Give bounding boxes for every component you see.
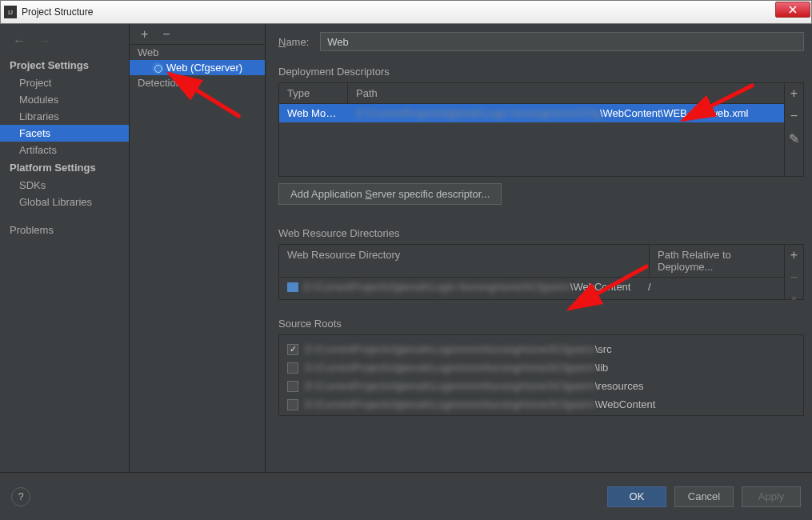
descriptor-path: D:\CurrentProject\cfgtensik\Login Nursin… xyxy=(348,104,784,122)
source-root-path: D:\CurrentProject\cfgtensik\LoginmmmNurs… xyxy=(305,398,655,410)
col-path-relative[interactable]: Path Relative to Deployme... xyxy=(650,245,784,277)
source-root-row[interactable]: D:\CurrentProject\cfgtensik\LoginmmmNurs… xyxy=(287,358,795,377)
apply-button[interactable]: Apply xyxy=(742,486,801,507)
back-arrow-icon[interactable]: ← xyxy=(13,34,26,48)
dialog-footer: ? OK Cancel Apply xyxy=(0,472,812,520)
close-icon xyxy=(789,6,797,14)
web-facet-icon xyxy=(152,62,163,74)
source-root-path: D:\CurrentProject\cfgtensik\LoginmmmNurs… xyxy=(305,343,612,355)
remove-descriptor-button[interactable]: − xyxy=(790,109,798,123)
resource-row[interactable]: D:\CurrentProject\cfgtensik\Login Nursin… xyxy=(279,278,784,296)
checkbox[interactable] xyxy=(287,362,298,374)
remove-resource-button[interactable]: − xyxy=(790,270,798,285)
expand-resource-button[interactable]: » xyxy=(791,293,796,302)
sidebar-item-artifacts[interactable]: Artifacts xyxy=(0,142,129,158)
tree-item-web-cfgserver[interactable]: Web (Cfgserver) xyxy=(130,60,265,75)
name-input[interactable] xyxy=(320,32,804,51)
sidebar-item-problems[interactable]: Problems xyxy=(0,222,129,238)
descriptor-row[interactable]: Web Modul... D:\CurrentProject\cfgtensik… xyxy=(279,104,784,122)
titlebar: IJ Project Structure xyxy=(0,0,812,24)
add-button[interactable]: + xyxy=(141,27,148,42)
forward-arrow-icon[interactable]: → xyxy=(38,34,51,48)
folder-icon xyxy=(287,282,298,292)
source-roots-label: Source Roots xyxy=(278,318,804,330)
source-root-row[interactable]: D:\CurrentProject\cfgtensik\LoginmmmNurs… xyxy=(287,377,795,395)
section-project-settings: Project Settings xyxy=(0,56,129,74)
source-root-path: D:\CurrentProject\cfgtensik\LoginmmmNurs… xyxy=(305,362,608,374)
sidebar-item-libraries[interactable]: Libraries xyxy=(0,108,129,125)
sidebar-item-global-libraries[interactable]: Global Libraries xyxy=(0,194,129,210)
col-path[interactable]: Path xyxy=(348,83,784,103)
add-descriptor-button[interactable]: + xyxy=(790,86,798,101)
add-resource-button[interactable]: + xyxy=(790,248,798,262)
checkbox[interactable]: ✓ xyxy=(287,344,298,355)
ok-button[interactable]: OK xyxy=(607,486,666,507)
edit-descriptor-button[interactable]: ✎ xyxy=(789,131,799,146)
tree-item-label: Web (Cfgserver) xyxy=(166,62,242,74)
close-button[interactable] xyxy=(775,2,810,18)
source-root-row[interactable]: D:\CurrentProject\cfgtensik\LoginmmmNurs… xyxy=(287,395,795,414)
cancel-button[interactable]: Cancel xyxy=(674,486,734,507)
source-roots-box: ✓ D:\CurrentProject\cfgtensik\LoginmmmNu… xyxy=(278,334,804,416)
sidebar-item-facets[interactable]: Facets xyxy=(0,125,129,142)
window-title: Project Structure xyxy=(22,6,93,18)
sidebar-item-sdks[interactable]: SDKs xyxy=(0,177,129,194)
sidebar-item-modules[interactable]: Modules xyxy=(0,91,129,108)
tree-item-detection[interactable]: Detection xyxy=(130,75,265,90)
add-server-descriptor-button[interactable]: Add Application Server specific descript… xyxy=(278,183,502,205)
source-root-row[interactable]: ✓ D:\CurrentProject\cfgtensik\LoginmmmNu… xyxy=(287,340,795,358)
name-label: Name: xyxy=(278,36,309,48)
app-icon: IJ xyxy=(4,6,17,18)
source-root-path: D:\CurrentProject\cfgtensik\LoginmmmNurs… xyxy=(305,380,643,392)
resource-dir: D:\CurrentProject\cfgtensik\Login Nursin… xyxy=(303,281,643,293)
section-platform-settings: Platform Settings xyxy=(0,158,129,177)
col-web-resource-dir[interactable]: Web Resource Directory xyxy=(279,245,650,277)
facet-tree: + − Web Web (Cfgserver) Detection xyxy=(130,24,266,472)
main-panel: Name: Deployment Descriptors Type Path W… xyxy=(266,24,812,472)
web-resource-dirs-label: Web Resource Directories xyxy=(278,227,804,239)
col-type[interactable]: Type xyxy=(279,83,348,103)
sidebar: ← → Project Settings Project Modules Lib… xyxy=(0,24,130,472)
checkbox[interactable] xyxy=(287,381,298,392)
deployment-descriptors-label: Deployment Descriptors xyxy=(278,66,804,78)
resource-relative: / xyxy=(648,281,776,293)
tree-item-web[interactable]: Web xyxy=(130,45,265,60)
descriptor-type: Web Modul... xyxy=(279,104,348,122)
help-button[interactable]: ? xyxy=(11,487,30,506)
checkbox[interactable] xyxy=(287,399,298,410)
remove-button[interactable]: − xyxy=(162,27,170,42)
sidebar-item-project[interactable]: Project xyxy=(0,74,129,91)
